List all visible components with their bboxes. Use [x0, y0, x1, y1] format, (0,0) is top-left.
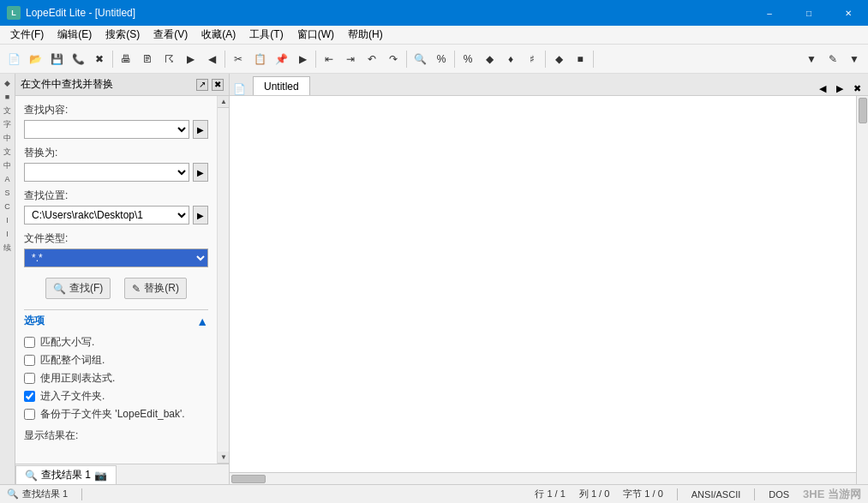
editor-tab-untitled[interactable]: Untitled: [253, 76, 310, 95]
option-regex-checkbox[interactable]: [24, 373, 35, 384]
find-panel-scroll: 查找内容: ▶ 替换为:: [15, 96, 217, 464]
option-subfolders-label: 进入子文件夹.: [40, 389, 105, 404]
toolbar-indent[interactable]: ▶: [292, 49, 313, 69]
tab-next-button[interactable]: ▶: [833, 82, 847, 95]
toolbar-b1[interactable]: ☈: [159, 49, 179, 69]
strip-icon-3[interactable]: 文: [2, 105, 14, 117]
toolbar-func1[interactable]: ◆: [479, 49, 500, 69]
find-content-arrow[interactable]: ▶: [193, 120, 208, 139]
tab-close-button[interactable]: ✖: [850, 82, 865, 95]
strip-icon-8[interactable]: A: [2, 173, 14, 185]
filetype-label: 文件类型:: [24, 231, 208, 246]
toolbar-dropdown[interactable]: ▼: [801, 49, 822, 69]
toolbar-percent2[interactable]: %: [458, 49, 478, 69]
scroll-up-arrow[interactable]: ▲: [218, 96, 229, 108]
scrollbar-h-thumb[interactable]: [231, 475, 266, 483]
toolbar-func3[interactable]: ♯: [522, 49, 542, 69]
option-subfolders-checkbox[interactable]: [24, 391, 35, 402]
toolbar-b2[interactable]: ▶: [180, 49, 201, 69]
status-sep-1: [81, 488, 82, 500]
maximize-button[interactable]: □: [789, 0, 829, 26]
minimize-button[interactable]: –: [750, 0, 789, 26]
toolbar-percent[interactable]: %: [431, 49, 452, 69]
toolbar-more[interactable]: ✎: [823, 49, 843, 69]
toolbar-preview[interactable]: 🖹: [137, 49, 158, 69]
toolbar-align-right[interactable]: ⇥: [340, 49, 361, 69]
strip-icon-13[interactable]: 续: [2, 242, 14, 254]
show-results-label: 显示结果在:: [24, 428, 208, 443]
toolbar-new[interactable]: 📄: [3, 49, 24, 69]
toolbar-func5[interactable]: ■: [570, 49, 590, 69]
toolbar-cut[interactable]: ✂: [228, 49, 248, 69]
toolbar-align-left[interactable]: ⇤: [319, 49, 339, 69]
strip-icon-6[interactable]: 文: [2, 146, 14, 158]
toolbar-func4[interactable]: ◆: [548, 49, 569, 69]
location-label: 查找位置:: [24, 189, 208, 203]
menu-window[interactable]: 窗口(W): [290, 26, 341, 44]
menu-view[interactable]: 查看(V): [147, 26, 195, 44]
menu-help[interactable]: 帮助(H): [341, 26, 390, 44]
options-header[interactable]: 选项 ▲: [24, 309, 208, 332]
editor-scrollbar-horizontal[interactable]: [230, 472, 856, 484]
toolbar-paste[interactable]: 📌: [271, 49, 291, 69]
toolbar-undo[interactable]: ↶: [362, 49, 382, 69]
location-arrow[interactable]: ▶: [193, 206, 208, 225]
status-tab-label: 查找结果 1: [22, 488, 68, 500]
options-title: 选项: [24, 314, 45, 328]
status-sep-3: [754, 488, 755, 500]
menu-tools[interactable]: 工具(T): [242, 26, 290, 44]
scroll-down-arrow[interactable]: ▼: [218, 452, 229, 464]
editor-scrollbar-vertical[interactable]: [856, 96, 868, 484]
toolbar-redo[interactable]: ↷: [383, 49, 404, 69]
strip-icon-4[interactable]: 字: [2, 118, 14, 130]
toolbar-open[interactable]: 📂: [25, 49, 45, 69]
tab-nav: ◀ ▶ ✖: [816, 82, 865, 95]
find-content-input[interactable]: [24, 120, 189, 139]
replace-input[interactable]: [24, 163, 189, 182]
toolbar-save-all[interactable]: 📞: [68, 49, 88, 69]
status-sep-2: [677, 488, 678, 500]
strip-icon-5[interactable]: 中: [2, 132, 14, 144]
strip-icon-10[interactable]: C: [2, 201, 14, 213]
strip-icon-11[interactable]: I: [2, 214, 14, 226]
toolbar-save[interactable]: 💾: [46, 49, 67, 69]
menu-favorites[interactable]: 收藏(A): [195, 26, 242, 44]
tab-prev-button[interactable]: ◀: [816, 82, 829, 95]
toolbar-print[interactable]: 🖶: [116, 49, 136, 69]
toolbar-find[interactable]: 🔍: [410, 49, 430, 69]
strip-icon-1[interactable]: ◆: [2, 77, 14, 89]
title-bar-text: LopeEdit Lite - [Untitled]: [26, 7, 135, 19]
option-case: 匹配大小写.: [24, 335, 208, 350]
panel-float-button[interactable]: ↗: [196, 79, 208, 91]
panel-close-button[interactable]: ✖: [212, 79, 224, 91]
menu-search[interactable]: 搜索(S): [99, 26, 147, 44]
option-case-checkbox[interactable]: [24, 337, 35, 348]
location-input[interactable]: C:\Users\rakc\Desktop\1: [24, 206, 189, 225]
replace-button[interactable]: ✎ 替换(R): [124, 278, 187, 299]
option-case-label: 匹配大小写.: [40, 335, 94, 350]
replace-arrow[interactable]: ▶: [193, 163, 208, 182]
option-backup-checkbox[interactable]: [24, 409, 35, 420]
menu-file[interactable]: 文件(F): [3, 26, 51, 44]
strip-icon-9[interactable]: S: [2, 187, 14, 199]
strip-icon-2[interactable]: ■: [2, 91, 14, 103]
option-whole-word-checkbox[interactable]: [24, 355, 35, 366]
toolbar-func2[interactable]: ♦: [500, 49, 521, 69]
toolbar-scroll[interactable]: ▼: [844, 49, 865, 69]
toolbar-close[interactable]: ✖: [89, 49, 110, 69]
option-regex-label: 使用正则表达式.: [40, 371, 115, 386]
status-encoding: ANSI/ASCII: [691, 489, 740, 500]
find-panel-body: 查找内容: ▶ 替换为:: [15, 96, 217, 450]
editor-content[interactable]: [230, 96, 868, 484]
filetype-input[interactable]: *.*: [24, 249, 208, 267]
find-button[interactable]: 🔍 查找(F): [45, 278, 111, 299]
toolbar-copy[interactable]: 📋: [249, 49, 270, 69]
title-bar: L LopeEdit Lite - [Untitled] – □ ✕: [0, 0, 868, 26]
strip-icon-12[interactable]: I: [2, 228, 14, 240]
strip-icon-7[interactable]: 中: [2, 159, 14, 171]
find-results-tab[interactable]: 🔍 查找结果 1 📷: [15, 465, 117, 484]
close-button[interactable]: ✕: [829, 0, 868, 26]
toolbar-b3[interactable]: ◀: [201, 49, 222, 69]
scrollbar-v-thumb[interactable]: [859, 98, 867, 123]
menu-edit[interactable]: 编辑(E): [51, 26, 99, 44]
